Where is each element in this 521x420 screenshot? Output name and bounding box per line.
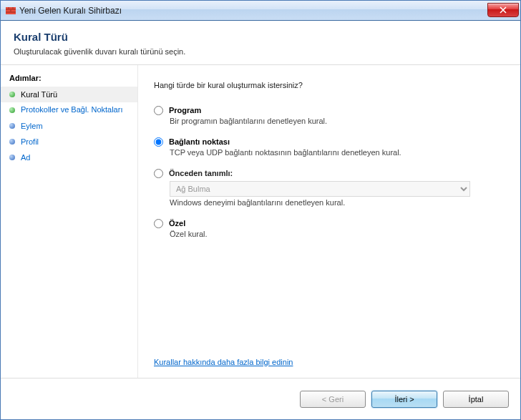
option-program-desc: Bir programın bağlantılarını denetleyen … [170, 117, 507, 125]
step-bullet-icon [9, 107, 15, 113]
wizard-footer: < Geri İleri > İptal [1, 378, 520, 419]
radio-custom[interactable] [154, 219, 163, 228]
radio-predefined[interactable] [154, 169, 163, 178]
page-title: Kural Türü [14, 31, 507, 43]
step-label: Ad [21, 153, 30, 162]
firewall-icon [5, 5, 16, 16]
next-button[interactable]: İleri > [371, 391, 437, 408]
option-custom-title: Özel [169, 219, 185, 228]
step-label: Protokoller ve Bağl. Noktaları [21, 105, 122, 114]
svg-rect-3 [6, 13, 16, 14]
step-label: Kural Türü [21, 90, 57, 99]
step-bullet-icon [9, 139, 15, 145]
wizard-window: Yeni Gelen Kuralı Sihirbazı Kural Türü O… [0, 0, 521, 420]
cancel-button[interactable]: İptal [443, 391, 509, 408]
step-label: Eylem [21, 122, 43, 130]
wizard-body: Adımlar: Kural Türü Protokoller ve Bağl.… [1, 64, 520, 378]
radio-program[interactable] [154, 106, 163, 115]
option-predefined-desc: Windows deneyimi bağlantılarını denetley… [170, 198, 507, 207]
svg-rect-1 [6, 7, 16, 9]
step-profile[interactable]: Profil [1, 134, 137, 150]
page-description: Oluşturulacak güvenlik duvarı kuralı tür… [14, 47, 507, 56]
window-title: Yeni Gelen Kuralı Sihirbazı [19, 6, 487, 16]
option-custom: Özel Özel kural. [154, 218, 507, 238]
step-action[interactable]: Eylem [1, 118, 137, 134]
content-area: Hangi türde bir kural oluşturmak istersi… [138, 65, 520, 378]
steps-heading: Adımlar: [1, 71, 137, 87]
step-name[interactable]: Ad [1, 150, 137, 165]
learn-more-link[interactable]: Kurallar hakkında daha fazla bilgi edini… [154, 358, 507, 366]
option-program-title: Program [169, 106, 201, 114]
option-port-row[interactable]: Bağlantı noktası [154, 137, 507, 147]
option-program-row[interactable]: Program [154, 105, 507, 115]
option-custom-row[interactable]: Özel [154, 218, 507, 228]
option-predefined: Önceden tanımlı: Ağ Bulma Windows deneyi… [154, 168, 507, 207]
step-rule-type[interactable]: Kural Türü [1, 87, 137, 102]
radio-port[interactable] [154, 137, 163, 147]
option-predefined-title: Önceden tanımlı: [169, 169, 233, 177]
step-label: Profil [21, 137, 39, 146]
option-custom-desc: Özel kural. [170, 230, 507, 238]
option-predefined-row[interactable]: Önceden tanımlı: [154, 168, 507, 178]
option-port: Bağlantı noktası TCP veya UDP bağlantı n… [154, 137, 507, 157]
option-program: Program Bir programın bağlantılarını den… [154, 105, 507, 125]
wizard-header: Kural Türü Oluşturulacak güvenlik duvarı… [1, 21, 520, 64]
step-bullet-icon [9, 155, 15, 160]
option-port-title: Bağlantı noktası [169, 137, 230, 146]
predefined-select: Ağ Bulma [170, 181, 470, 197]
titlebar: Yeni Gelen Kuralı Sihirbazı [1, 1, 520, 21]
content-prompt: Hangi türde bir kural oluşturmak istersi… [154, 81, 507, 89]
step-bullet-icon [9, 92, 15, 97]
close-icon [500, 6, 507, 14]
close-button[interactable] [487, 3, 519, 17]
steps-sidebar: Adımlar: Kural Türü Protokoller ve Bağl.… [1, 65, 138, 378]
option-port-desc: TCP veya UDP bağlantı noktasının bağlant… [170, 148, 507, 157]
step-bullet-icon [9, 123, 15, 129]
step-protocols-ports[interactable]: Protokoller ve Bağl. Noktaları [1, 102, 137, 118]
back-button: < Geri [300, 391, 366, 408]
